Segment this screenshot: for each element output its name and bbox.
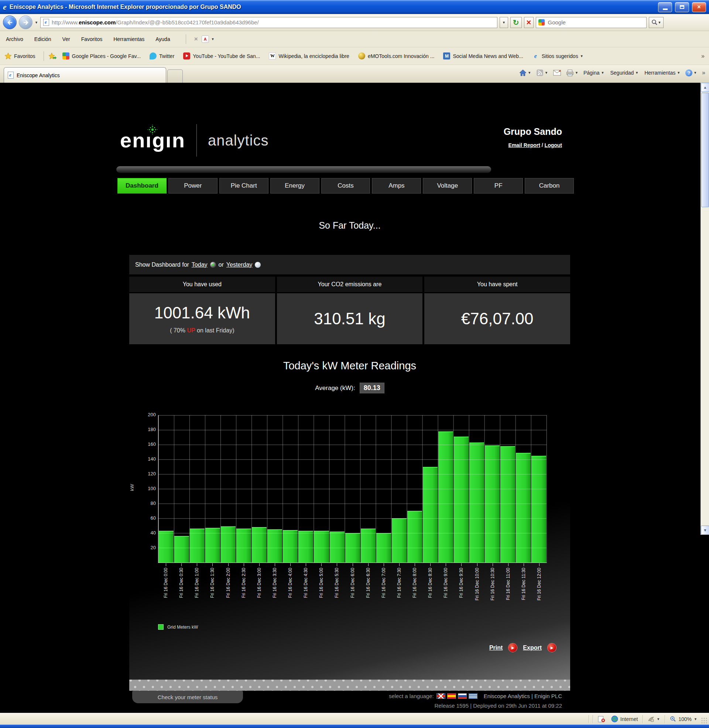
search-button[interactable]: ▼: [649, 17, 664, 28]
command-seguridad[interactable]: Seguridad▼: [610, 70, 639, 76]
nav-tab-amps[interactable]: Amps: [372, 178, 421, 194]
menu-ver[interactable]: Ver: [63, 36, 70, 42]
chart-bar[interactable]: [159, 531, 174, 563]
chart-bar[interactable]: [376, 533, 391, 563]
chart-bar[interactable]: [407, 511, 422, 563]
chart-bar[interactable]: [252, 527, 267, 563]
nav-tab-pf[interactable]: PF: [474, 178, 523, 194]
uk-flag[interactable]: [436, 693, 445, 699]
menu-ayuda[interactable]: Ayuda: [155, 36, 170, 42]
search-input[interactable]: [547, 19, 644, 26]
nav-tab-costs[interactable]: Costs: [321, 178, 371, 194]
url-dropdown-button[interactable]: ▼: [500, 17, 508, 28]
spain-flag[interactable]: [447, 693, 456, 699]
favorites-item[interactable]: Google Places - Google Fav...: [63, 53, 141, 60]
nav-tab-energy[interactable]: Energy: [270, 178, 319, 194]
logout-link[interactable]: Logout: [545, 142, 562, 148]
commandbar-overflow-chevron[interactable]: »: [702, 69, 705, 76]
resize-grip[interactable]: [701, 717, 708, 724]
scrollbar-thumb[interactable]: [701, 93, 709, 207]
url-input[interactable]: http://www.eniscope.com/Graph/Index/@@-b…: [40, 17, 497, 28]
print-link[interactable]: Print: [489, 645, 503, 651]
greece-flag[interactable]: [468, 693, 477, 699]
menu-edición[interactable]: Edición: [34, 36, 51, 42]
print-button[interactable]: ▼: [566, 69, 578, 76]
nav-tab-carbon[interactable]: Carbon: [525, 178, 574, 194]
favorites-item[interactable]: Wikipedia, la enciclopedia libre: [269, 53, 349, 60]
today-link[interactable]: Today: [192, 261, 207, 268]
favorites-item[interactable]: Sitios sugeridos▼: [532, 53, 584, 60]
email-report-link[interactable]: Email Report: [509, 142, 540, 148]
chart-bar[interactable]: [469, 442, 484, 563]
chart-bar[interactable]: [174, 536, 189, 563]
check-meter-status-button[interactable]: Check your meter status: [132, 691, 243, 703]
nav-tab-dashboard[interactable]: Dashboard: [117, 178, 166, 194]
refresh-button[interactable]: ↻: [510, 17, 522, 28]
chart-bar[interactable]: [345, 533, 360, 563]
menu-archivo[interactable]: Archivo: [6, 36, 23, 42]
chevron-down-icon[interactable]: ▼: [211, 37, 214, 41]
chart-bar[interactable]: [236, 528, 251, 563]
close-button[interactable]: ×: [692, 2, 706, 12]
today-radio[interactable]: [210, 262, 216, 268]
nav-tab-voltage[interactable]: Voltage: [423, 178, 472, 194]
rss-button[interactable]: ▼: [536, 69, 548, 76]
command-herramientas[interactable]: Herramientas▼: [644, 70, 680, 76]
zoom-control[interactable]: 100% ▼: [667, 713, 700, 725]
menu-herramientas[interactable]: Herramientas: [113, 36, 144, 42]
favorites-overflow-chevron[interactable]: »: [701, 53, 705, 60]
favorites-label[interactable]: Favoritos: [14, 53, 35, 59]
favorites-item[interactable]: eMOTools.com Innovación ...: [358, 53, 435, 60]
chart-bar-column: [422, 415, 438, 563]
chart-bar[interactable]: [361, 528, 376, 563]
export-link[interactable]: Export: [523, 645, 542, 651]
favorites-item[interactable]: Twitter: [150, 53, 174, 60]
russia-flag[interactable]: [458, 693, 467, 699]
yesterday-radio[interactable]: [255, 262, 261, 268]
tab-eniscope-analytics[interactable]: Eniscope Analytics: [4, 67, 166, 83]
add-favorite-icon[interactable]: [48, 53, 57, 60]
forward-button[interactable]: [19, 16, 32, 29]
print-play-icon[interactable]: ▶: [509, 643, 517, 652]
phishing-filter-control[interactable]: ▼: [645, 713, 663, 725]
chart-bar[interactable]: [454, 436, 468, 563]
nav-tab-pie-chart[interactable]: Pie Chart: [219, 178, 268, 194]
favorites-item[interactable]: Social Media News and Web...: [443, 53, 523, 60]
chart-bar[interactable]: [423, 467, 438, 563]
stop-button[interactable]: ×: [524, 17, 534, 28]
chart-bar[interactable]: [314, 531, 329, 563]
minimize-button[interactable]: [658, 2, 672, 12]
back-button[interactable]: [3, 16, 17, 29]
chart-bar[interactable]: [500, 446, 515, 563]
chart-bar[interactable]: [392, 518, 407, 563]
help-button[interactable]: ? ▼: [686, 69, 697, 76]
favorites-star-icon[interactable]: [4, 53, 12, 60]
restore-button[interactable]: [675, 2, 689, 12]
menu-favoritos[interactable]: Favoritos: [81, 36, 103, 42]
adobe-pdf-icon[interactable]: A: [201, 35, 209, 43]
new-tab-stub[interactable]: [167, 69, 183, 83]
chart-bar[interactable]: [330, 531, 344, 563]
chart-bar[interactable]: [190, 528, 204, 563]
chart-bar[interactable]: [205, 528, 220, 563]
export-play-icon[interactable]: ▶: [548, 643, 556, 652]
nav-tab-power[interactable]: Power: [168, 178, 217, 194]
history-dropdown[interactable]: ▼: [35, 21, 38, 24]
yesterday-link[interactable]: Yesterday: [226, 261, 252, 268]
scroll-up-button[interactable]: ▲: [701, 83, 709, 92]
chart-bar[interactable]: [267, 529, 282, 563]
chart-bar[interactable]: [221, 526, 236, 563]
chart-bar[interactable]: [438, 432, 453, 563]
favorites-item[interactable]: YouTube - YouTube de San...: [183, 53, 260, 60]
command-página[interactable]: Página▼: [584, 70, 604, 76]
home-button[interactable]: ▼: [519, 69, 531, 76]
chart-bar[interactable]: [516, 453, 531, 563]
snapshot-tool-icon[interactable]: ×: [194, 35, 198, 43]
chart-bar[interactable]: [283, 530, 298, 563]
vertical-scrollbar[interactable]: ▲ ▼: [700, 83, 709, 535]
scroll-down-button[interactable]: ▼: [701, 525, 709, 535]
read-mail-button[interactable]: [553, 70, 561, 76]
chart-bar[interactable]: [531, 456, 546, 563]
chart-bar[interactable]: [298, 531, 313, 563]
chart-bar[interactable]: [485, 445, 500, 563]
